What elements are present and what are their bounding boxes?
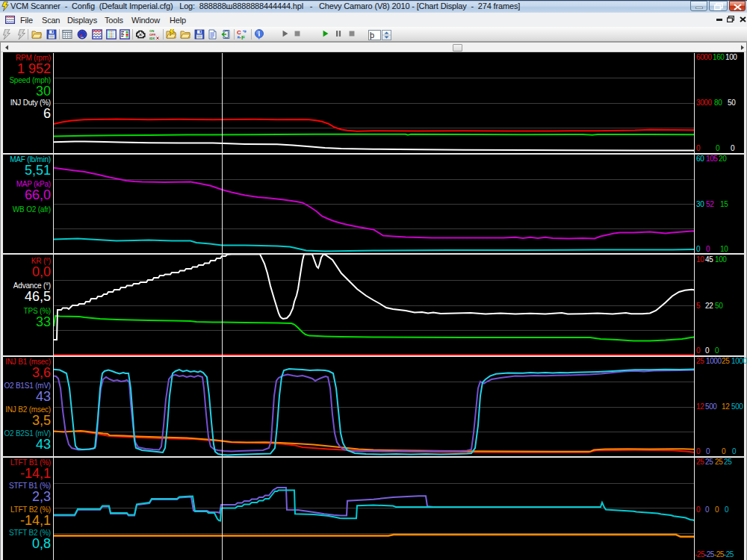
svg-text:F: F (241, 34, 245, 40)
svg-text:IDX: IDX (149, 37, 155, 40)
